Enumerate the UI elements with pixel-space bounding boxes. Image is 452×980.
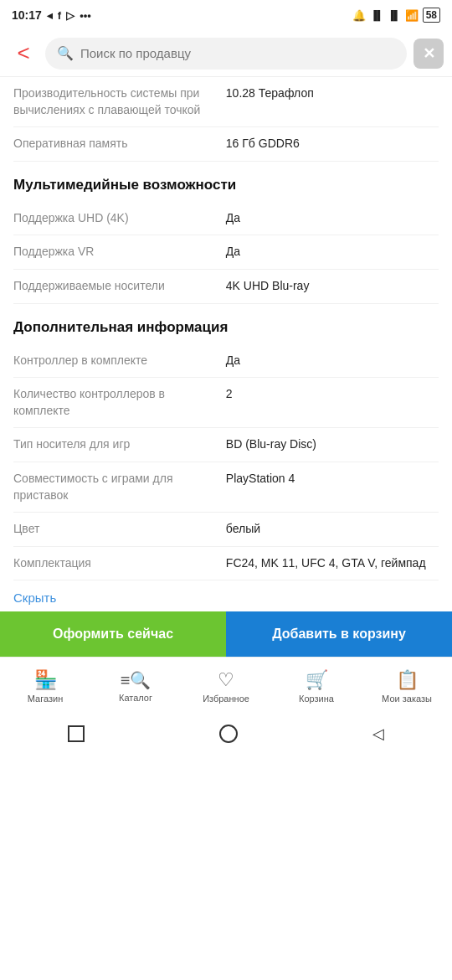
hide-link[interactable]: Скрыть <box>13 591 439 605</box>
content-area: Производительность системы при вычислени… <box>0 77 452 611</box>
play-icon: ▷ <box>66 9 74 22</box>
search-input-wrap[interactable]: 🔍 <box>45 38 407 70</box>
close-icon: ✕ <box>423 44 435 63</box>
spec-value-controller: Да <box>226 353 439 369</box>
location-icon: ◂ <box>47 9 53 22</box>
status-time: 10:17 <box>12 8 42 22</box>
android-back-button[interactable]: ◁ <box>372 725 384 743</box>
dots-icon: ••• <box>80 9 91 22</box>
search-icon: 🔍 <box>57 45 74 61</box>
buy-now-button[interactable]: Оформить сейчас <box>0 611 226 657</box>
add-to-cart-button[interactable]: Добавить в корзину <box>226 611 452 657</box>
spec-row-controller: Контроллер в комплекте Да <box>13 344 439 379</box>
spec-value-controller-count: 2 <box>226 386 439 403</box>
spec-label-controller: Контроллер в комплекте <box>13 353 218 369</box>
spec-row-compatibility: Совместимость с играми для приставок Pla… <box>13 462 439 513</box>
facebook-icon: f <box>58 9 61 22</box>
section-additional: Дополнительная информация Контроллер в к… <box>13 319 439 581</box>
spec-row-media: Поддерживаемые носители 4K UHD Blu-ray <box>13 270 439 304</box>
spec-value-color: белый <box>226 521 439 538</box>
spec-value-media-type: BD (Blu-ray Disc) <box>226 436 439 453</box>
nav-item-catalog[interactable]: ≡🔍 Каталог <box>90 670 181 703</box>
back-button[interactable]: < <box>8 39 39 69</box>
spec-row-media-type: Тип носителя для игр BD (Blu-ray Disc) <box>13 428 439 462</box>
nav-item-favorites[interactable]: ♡ Избранное <box>181 669 271 704</box>
spec-value-uhd: Да <box>226 210 439 227</box>
status-bar: 10:17 ◂ f ▷ ••• 🔔 ▐▌ ▐▌ 📶 58 <box>0 0 452 30</box>
signal-icon-1: ▐▌ <box>370 10 383 20</box>
battery-icon: 58 <box>423 8 440 23</box>
signal-icon-2: ▐▌ <box>388 10 401 20</box>
close-button[interactable]: ✕ <box>413 39 444 69</box>
spec-label-media-type: Тип носителя для игр <box>13 436 218 453</box>
spec-label-media: Поддерживаемые носители <box>13 278 218 295</box>
nav-label-orders: Мои заказы <box>382 694 432 704</box>
spec-value-media: 4K UHD Blu-ray <box>226 278 439 295</box>
back-icon: < <box>17 40 29 66</box>
spec-label-bundle: Комплектация <box>13 555 218 572</box>
spec-value-bundle: FC24, MK 11, UFC 4, GTA V, геймпад <box>226 555 439 572</box>
spec-label-vr: Поддержка VR <box>13 244 218 260</box>
heart-icon: ♡ <box>218 669 234 691</box>
catalog-icon: ≡🔍 <box>121 670 152 690</box>
spec-label-uhd: Поддержка UHD (4K) <box>13 210 218 227</box>
nav-label-catalog: Каталог <box>119 693 152 703</box>
spec-label-compatibility: Совместимость с играми для приставок <box>13 471 218 503</box>
mute-icon: 🔔 <box>352 9 366 22</box>
spec-row-ram: Оперативная память 16 Гб GDDR6 <box>13 127 439 162</box>
nav-item-shop[interactable]: 🏪 Магазин <box>0 669 90 704</box>
spec-value-vr: Да <box>226 244 439 260</box>
bottom-nav: 🏪 Магазин ≡🔍 Каталог ♡ Избранное 🛒 Корзи… <box>0 657 452 715</box>
spec-row-uhd: Поддержка UHD (4K) Да <box>13 202 439 236</box>
spec-row-controller-count: Количество контроллеров в комплекте 2 <box>13 378 439 428</box>
section-title-multimedia: Мультимедийные возможности <box>13 177 439 193</box>
wifi-icon: 📶 <box>405 9 419 22</box>
nav-label-shop: Магазин <box>28 694 63 704</box>
android-nav-bar: ◁ <box>0 715 452 752</box>
nav-item-cart[interactable]: 🛒 Корзина <box>271 669 362 704</box>
android-home-button[interactable] <box>219 725 238 743</box>
spec-row-color: Цвет белый <box>13 513 439 547</box>
nav-label-favorites: Избранное <box>203 694 249 704</box>
spec-label-ram: Оперативная память <box>13 136 218 152</box>
spec-row-bundle: Комплектация FC24, MK 11, UFC 4, GTA V, … <box>13 547 439 581</box>
shop-icon: 🏪 <box>34 669 57 691</box>
section-multimedia: Мультимедийные возможности Поддержка UHD… <box>13 177 439 304</box>
section-title-additional: Дополнительная информация <box>13 319 439 336</box>
spec-value-compatibility: PlayStation 4 <box>226 471 439 487</box>
partial-spec-label: Производительность системы при вычислени… <box>13 85 218 118</box>
spec-value-ram: 16 Гб GDDR6 <box>226 136 439 152</box>
nav-item-orders[interactable]: 📋 Мои заказы <box>362 669 452 704</box>
search-input[interactable] <box>80 46 395 60</box>
spec-row-vr: Поддержка VR Да <box>13 235 439 270</box>
spec-label-controller-count: Количество контроллеров в комплекте <box>13 386 218 419</box>
partial-spec-value: 10.28 Терафлоп <box>226 85 439 102</box>
android-square-button[interactable] <box>68 725 85 742</box>
nav-label-cart: Корзина <box>299 694 334 704</box>
spec-label-color: Цвет <box>13 521 218 538</box>
search-bar: < 🔍 ✕ <box>0 30 452 77</box>
partial-spec-row: Производительность системы при вычислени… <box>13 77 439 127</box>
bottom-buttons: Оформить сейчас Добавить в корзину <box>0 611 452 657</box>
orders-icon: 📋 <box>396 669 419 691</box>
cart-icon: 🛒 <box>306 669 328 691</box>
